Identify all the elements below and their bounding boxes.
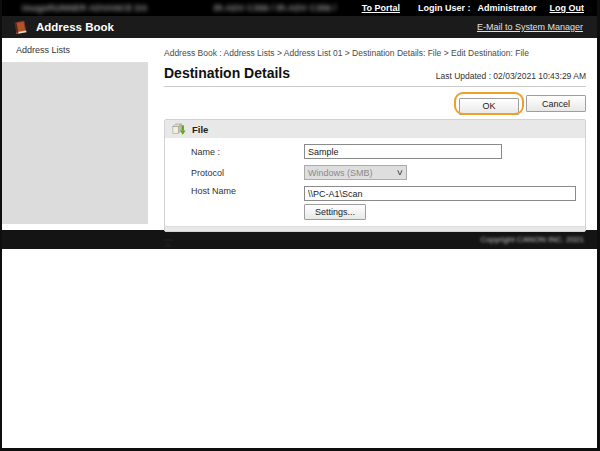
login-user-name: Administrator	[477, 3, 536, 13]
footer-bar: Copyright CANON INC. 2021	[2, 230, 597, 249]
device-model-blurred: imageRUNNER ADVANCE DX	[22, 3, 148, 13]
back-to-top-icon[interactable]	[164, 239, 174, 247]
host-name-label: Host Name	[191, 186, 304, 196]
file-destination-icon	[171, 122, 186, 137]
protocol-field-row: Protocol Windows (SMB) ∨	[191, 165, 577, 180]
top-bar: imageRUNNER ADVANCE DX iR-ADV C356 / iR-…	[2, 0, 597, 16]
section-title: File	[192, 124, 208, 135]
file-section: File Name : Protocol Windows (SMB) ∨	[164, 119, 586, 232]
action-buttons: OK Cancel	[164, 95, 586, 112]
name-input[interactable]	[304, 144, 502, 159]
name-label: Name :	[191, 147, 304, 157]
page-title: Destination Details	[164, 65, 290, 81]
name-field-row: Name :	[191, 144, 577, 159]
sidebar-item-address-lists[interactable]: Address Lists	[2, 38, 148, 62]
protocol-selected-value: Windows (SMB)	[308, 168, 373, 178]
to-portal-link[interactable]: To Portal	[362, 3, 400, 13]
file-section-header: File	[165, 120, 585, 138]
main-content: Address Book : Address Lists > Address L…	[148, 38, 597, 227]
breadcrumb[interactable]: Address Book : Address Lists > Address L…	[164, 48, 586, 58]
login-user-label: Login User :	[418, 3, 471, 13]
log-out-link[interactable]: Log Out	[550, 3, 585, 13]
settings-button[interactable]: Settings...	[304, 204, 366, 220]
ok-button[interactable]: OK	[459, 98, 519, 115]
device-name-blurred: iR-ADV C356 / iR-ADV C356 /	[214, 3, 337, 13]
address-book-icon	[12, 19, 29, 36]
top-bar-links: To Portal Login User : Administrator Log…	[362, 3, 597, 13]
back-to-top-arrow	[164, 242, 172, 247]
main-body: Address Lists Address Book : Address Lis…	[2, 38, 597, 227]
back-to-top-bar	[164, 239, 173, 241]
app-title: Address Book	[36, 21, 114, 33]
file-section-body: Name : Protocol Windows (SMB) ∨ Host Nam…	[165, 138, 585, 226]
protocol-label: Protocol	[191, 168, 304, 178]
last-updated: Last Updated : 02/03/2021 10:43:29 AM	[436, 71, 586, 81]
cancel-button[interactable]: Cancel	[526, 95, 586, 112]
sidebar: Address Lists	[2, 38, 148, 224]
page-background	[2, 249, 597, 448]
email-to-system-manager-link[interactable]: E-Mail to System Manager	[477, 22, 583, 32]
title-row: Destination Details Last Updated : 02/03…	[164, 65, 586, 87]
copyright-text-blurred: Copyright CANON INC. 2021	[480, 235, 584, 244]
host-name-input[interactable]	[304, 186, 576, 201]
host-name-field-row: Host Name Settings...	[191, 186, 577, 220]
app-bar: Address Book E-Mail to System Manager	[2, 16, 597, 38]
remote-ui-window: imageRUNNER ADVANCE DX iR-ADV C356 / iR-…	[0, 0, 600, 451]
chevron-down-icon: ∨	[396, 168, 404, 177]
protocol-select[interactable]: Windows (SMB) ∨	[304, 165, 407, 180]
section-footer-strip	[165, 226, 585, 231]
